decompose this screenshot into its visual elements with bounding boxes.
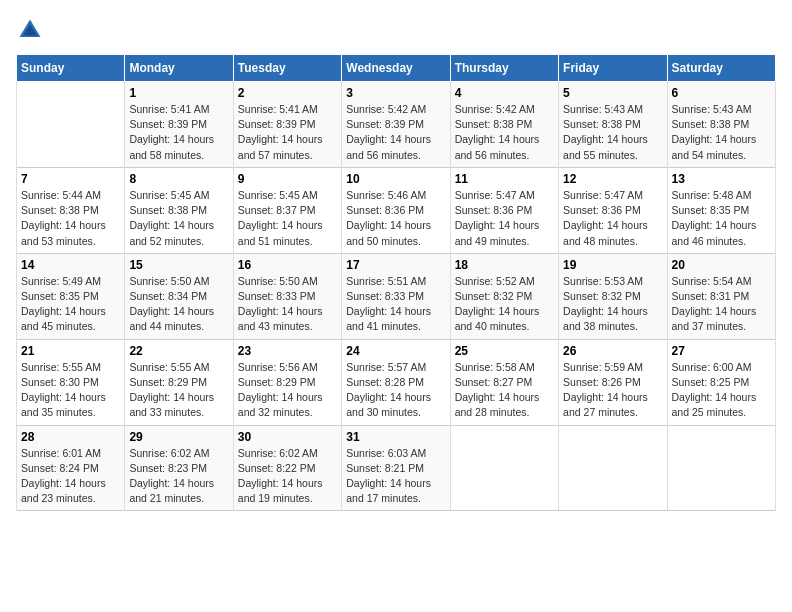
calendar-cell: 9Sunrise: 5:45 AM Sunset: 8:37 PM Daylig…	[233, 167, 341, 253]
calendar-cell: 21Sunrise: 5:55 AM Sunset: 8:30 PM Dayli…	[17, 339, 125, 425]
calendar-table: SundayMondayTuesdayWednesdayThursdayFrid…	[16, 54, 776, 511]
day-info: Sunrise: 6:02 AM Sunset: 8:23 PM Dayligh…	[129, 446, 228, 507]
day-info: Sunrise: 5:42 AM Sunset: 8:39 PM Dayligh…	[346, 102, 445, 163]
day-number: 12	[563, 172, 662, 186]
day-number: 11	[455, 172, 554, 186]
day-info: Sunrise: 5:47 AM Sunset: 8:36 PM Dayligh…	[455, 188, 554, 249]
day-info: Sunrise: 5:59 AM Sunset: 8:26 PM Dayligh…	[563, 360, 662, 421]
day-number: 26	[563, 344, 662, 358]
day-number: 29	[129, 430, 228, 444]
weekday-header-monday: Monday	[125, 55, 233, 82]
weekday-header-row: SundayMondayTuesdayWednesdayThursdayFrid…	[17, 55, 776, 82]
day-number: 3	[346, 86, 445, 100]
calendar-cell: 26Sunrise: 5:59 AM Sunset: 8:26 PM Dayli…	[559, 339, 667, 425]
calendar-cell: 3Sunrise: 5:42 AM Sunset: 8:39 PM Daylig…	[342, 82, 450, 168]
day-number: 5	[563, 86, 662, 100]
day-number: 27	[672, 344, 771, 358]
calendar-cell	[17, 82, 125, 168]
calendar-cell: 15Sunrise: 5:50 AM Sunset: 8:34 PM Dayli…	[125, 253, 233, 339]
day-number: 20	[672, 258, 771, 272]
day-info: Sunrise: 5:43 AM Sunset: 8:38 PM Dayligh…	[563, 102, 662, 163]
day-info: Sunrise: 5:43 AM Sunset: 8:38 PM Dayligh…	[672, 102, 771, 163]
calendar-cell	[559, 425, 667, 511]
calendar-week-row: 28Sunrise: 6:01 AM Sunset: 8:24 PM Dayli…	[17, 425, 776, 511]
day-info: Sunrise: 6:00 AM Sunset: 8:25 PM Dayligh…	[672, 360, 771, 421]
logo-icon	[16, 16, 44, 44]
day-number: 14	[21, 258, 120, 272]
day-info: Sunrise: 5:48 AM Sunset: 8:35 PM Dayligh…	[672, 188, 771, 249]
calendar-cell: 28Sunrise: 6:01 AM Sunset: 8:24 PM Dayli…	[17, 425, 125, 511]
day-number: 28	[21, 430, 120, 444]
day-number: 16	[238, 258, 337, 272]
day-number: 15	[129, 258, 228, 272]
page-header	[16, 16, 776, 44]
calendar-cell: 22Sunrise: 5:55 AM Sunset: 8:29 PM Dayli…	[125, 339, 233, 425]
day-info: Sunrise: 6:03 AM Sunset: 8:21 PM Dayligh…	[346, 446, 445, 507]
day-info: Sunrise: 5:56 AM Sunset: 8:29 PM Dayligh…	[238, 360, 337, 421]
calendar-cell: 14Sunrise: 5:49 AM Sunset: 8:35 PM Dayli…	[17, 253, 125, 339]
calendar-cell: 17Sunrise: 5:51 AM Sunset: 8:33 PM Dayli…	[342, 253, 450, 339]
day-info: Sunrise: 5:54 AM Sunset: 8:31 PM Dayligh…	[672, 274, 771, 335]
day-info: Sunrise: 5:41 AM Sunset: 8:39 PM Dayligh…	[238, 102, 337, 163]
day-number: 9	[238, 172, 337, 186]
day-number: 21	[21, 344, 120, 358]
calendar-week-row: 14Sunrise: 5:49 AM Sunset: 8:35 PM Dayli…	[17, 253, 776, 339]
day-number: 25	[455, 344, 554, 358]
day-number: 10	[346, 172, 445, 186]
day-number: 22	[129, 344, 228, 358]
calendar-cell: 19Sunrise: 5:53 AM Sunset: 8:32 PM Dayli…	[559, 253, 667, 339]
calendar-cell: 1Sunrise: 5:41 AM Sunset: 8:39 PM Daylig…	[125, 82, 233, 168]
calendar-cell: 16Sunrise: 5:50 AM Sunset: 8:33 PM Dayli…	[233, 253, 341, 339]
day-info: Sunrise: 5:45 AM Sunset: 8:37 PM Dayligh…	[238, 188, 337, 249]
calendar-cell: 20Sunrise: 5:54 AM Sunset: 8:31 PM Dayli…	[667, 253, 775, 339]
day-number: 8	[129, 172, 228, 186]
calendar-cell: 18Sunrise: 5:52 AM Sunset: 8:32 PM Dayli…	[450, 253, 558, 339]
calendar-cell: 25Sunrise: 5:58 AM Sunset: 8:27 PM Dayli…	[450, 339, 558, 425]
calendar-cell: 12Sunrise: 5:47 AM Sunset: 8:36 PM Dayli…	[559, 167, 667, 253]
day-info: Sunrise: 5:45 AM Sunset: 8:38 PM Dayligh…	[129, 188, 228, 249]
calendar-week-row: 21Sunrise: 5:55 AM Sunset: 8:30 PM Dayli…	[17, 339, 776, 425]
day-number: 23	[238, 344, 337, 358]
day-number: 30	[238, 430, 337, 444]
calendar-cell: 13Sunrise: 5:48 AM Sunset: 8:35 PM Dayli…	[667, 167, 775, 253]
weekday-header-saturday: Saturday	[667, 55, 775, 82]
calendar-cell: 10Sunrise: 5:46 AM Sunset: 8:36 PM Dayli…	[342, 167, 450, 253]
day-number: 4	[455, 86, 554, 100]
day-number: 19	[563, 258, 662, 272]
calendar-cell: 4Sunrise: 5:42 AM Sunset: 8:38 PM Daylig…	[450, 82, 558, 168]
calendar-cell: 29Sunrise: 6:02 AM Sunset: 8:23 PM Dayli…	[125, 425, 233, 511]
day-info: Sunrise: 5:49 AM Sunset: 8:35 PM Dayligh…	[21, 274, 120, 335]
day-info: Sunrise: 5:55 AM Sunset: 8:30 PM Dayligh…	[21, 360, 120, 421]
day-number: 24	[346, 344, 445, 358]
day-number: 31	[346, 430, 445, 444]
calendar-cell	[667, 425, 775, 511]
calendar-cell: 7Sunrise: 5:44 AM Sunset: 8:38 PM Daylig…	[17, 167, 125, 253]
day-number: 6	[672, 86, 771, 100]
calendar-week-row: 1Sunrise: 5:41 AM Sunset: 8:39 PM Daylig…	[17, 82, 776, 168]
weekday-header-wednesday: Wednesday	[342, 55, 450, 82]
day-number: 2	[238, 86, 337, 100]
day-info: Sunrise: 5:41 AM Sunset: 8:39 PM Dayligh…	[129, 102, 228, 163]
day-info: Sunrise: 5:53 AM Sunset: 8:32 PM Dayligh…	[563, 274, 662, 335]
logo	[16, 16, 48, 44]
day-number: 7	[21, 172, 120, 186]
weekday-header-sunday: Sunday	[17, 55, 125, 82]
day-number: 1	[129, 86, 228, 100]
calendar-week-row: 7Sunrise: 5:44 AM Sunset: 8:38 PM Daylig…	[17, 167, 776, 253]
day-info: Sunrise: 5:50 AM Sunset: 8:34 PM Dayligh…	[129, 274, 228, 335]
calendar-cell: 27Sunrise: 6:00 AM Sunset: 8:25 PM Dayli…	[667, 339, 775, 425]
calendar-cell: 24Sunrise: 5:57 AM Sunset: 8:28 PM Dayli…	[342, 339, 450, 425]
day-number: 18	[455, 258, 554, 272]
calendar-cell: 30Sunrise: 6:02 AM Sunset: 8:22 PM Dayli…	[233, 425, 341, 511]
day-info: Sunrise: 5:57 AM Sunset: 8:28 PM Dayligh…	[346, 360, 445, 421]
day-info: Sunrise: 5:47 AM Sunset: 8:36 PM Dayligh…	[563, 188, 662, 249]
day-info: Sunrise: 6:02 AM Sunset: 8:22 PM Dayligh…	[238, 446, 337, 507]
day-info: Sunrise: 6:01 AM Sunset: 8:24 PM Dayligh…	[21, 446, 120, 507]
weekday-header-tuesday: Tuesday	[233, 55, 341, 82]
day-number: 17	[346, 258, 445, 272]
calendar-cell: 5Sunrise: 5:43 AM Sunset: 8:38 PM Daylig…	[559, 82, 667, 168]
day-info: Sunrise: 5:55 AM Sunset: 8:29 PM Dayligh…	[129, 360, 228, 421]
calendar-cell	[450, 425, 558, 511]
calendar-cell: 11Sunrise: 5:47 AM Sunset: 8:36 PM Dayli…	[450, 167, 558, 253]
day-info: Sunrise: 5:52 AM Sunset: 8:32 PM Dayligh…	[455, 274, 554, 335]
